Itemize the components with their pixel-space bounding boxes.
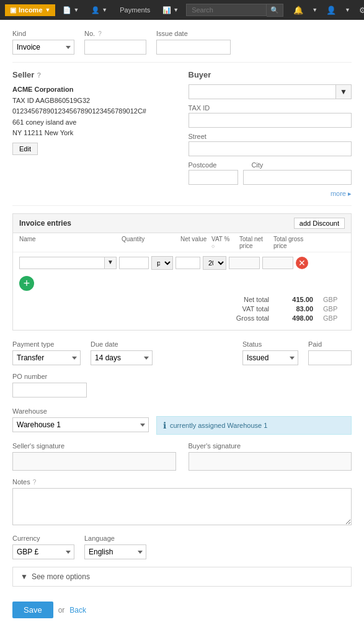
add-discount-button[interactable]: add Discount (294, 218, 345, 229)
buyer-name-dropdown-icon[interactable]: ▼ (336, 84, 352, 99)
buyer-tax-id-input[interactable]: 1AGB860519G32 (189, 113, 352, 128)
navbar-right-icons: 🔔 ▼ 👤 ▼ ⚙ (291, 4, 364, 16)
seller-signature-group: Seller's signature (12, 442, 176, 471)
totals-table: Net total 415.00 GBP VAT total 83.00 GBP… (220, 296, 345, 324)
entry-name-dropdown-icon[interactable]: ▼ (105, 257, 117, 269)
notifications-icon[interactable]: 🔔 (291, 4, 306, 16)
po-number-input[interactable] (12, 383, 87, 397)
info-icon: ℹ (163, 420, 166, 430)
paid-label: Paid (308, 340, 352, 348)
buyer-signature-box (189, 452, 352, 471)
back-link[interactable]: Back (69, 606, 86, 615)
language-select[interactable]: English (84, 544, 146, 559)
navbar-item-documents[interactable]: 📄 ▼ (58, 4, 84, 16)
seller-address2: 661 coney island ave (12, 117, 176, 128)
main-content: Kind Invoice No. ? 10 Issue date 2014-04… (0, 20, 364, 635)
seller-tax-id: TAX ID AAGB860519G32 (12, 95, 176, 107)
col-header-total-net: Total net price (239, 236, 273, 249)
navbar-item-clients[interactable]: 👤 ▼ (86, 4, 112, 16)
chart-icon: ▣ (10, 6, 16, 14)
entry-net-value-input[interactable]: .83 (175, 257, 200, 269)
status-group: Status Issued (242, 340, 298, 365)
buyer-city-input[interactable]: New Orleans (243, 170, 352, 185)
payment-row: Payment type Transfer Due date 14 days S… (12, 340, 352, 365)
buyer-city-group: City (251, 161, 263, 170)
buyer-postcode-city-field: Postcode City 70116 New Orleans (189, 161, 352, 185)
entry-unit-select[interactable]: pc (151, 256, 173, 270)
entries-col-headers: Name Quantity Net value VAT % ○ Total ne… (13, 233, 351, 252)
settings-icon[interactable]: ⚙ (357, 4, 364, 16)
issue-date-group: Issue date 2014-04-09 (156, 30, 231, 55)
issue-date-input[interactable]: 2014-04-09 (156, 40, 231, 55)
buyer-signature-label: Buyer's signature (189, 442, 352, 450)
seller-section: Seller ? ACME Corporation TAX ID AAGB860… (12, 70, 176, 198)
language-label: Language (84, 535, 146, 542)
po-number-group: PO number (12, 373, 352, 397)
buyer-name-wrapper: Benton, John B Jr ▼ (189, 84, 352, 99)
no-help-icon: ? (98, 30, 102, 37)
buyer-signature-group: Buyer's signature (189, 442, 352, 471)
more-link[interactable]: more ▸ (189, 190, 352, 198)
add-line-button[interactable]: + (19, 276, 34, 291)
seller-signature-box (12, 452, 176, 471)
invoice-meta-row: Kind Invoice No. ? 10 Issue date 2014-04… (12, 30, 352, 55)
notes-label: Notes ? (12, 478, 352, 486)
entry-total-net-input[interactable]: 415.00 (229, 257, 260, 269)
action-row: Save or Back (12, 597, 352, 628)
no-input[interactable]: 10 (84, 40, 146, 55)
buyer-city-label: City (251, 161, 263, 169)
entry-quantity-input[interactable]: 500 (119, 257, 149, 269)
seller-title: Seller ? (12, 70, 176, 79)
entry-total-gross-input[interactable]: 498.00 (262, 257, 293, 269)
navbar-brand[interactable]: ▣ Income ▼ (5, 4, 55, 16)
net-total-label: Net total (220, 296, 269, 303)
buyer-name-input[interactable]: Benton, John B Jr (189, 84, 337, 99)
notes-textarea[interactable] (12, 488, 352, 525)
navbar: ▣ Income ▼ 📄 ▼ 👤 ▼ Payments 📊 ▼ 🔍 🔔 ▼ 👤 … (0, 0, 364, 20)
due-date-select[interactable]: 14 days (91, 350, 153, 365)
entry-vat-select[interactable]: 20 (203, 256, 226, 270)
search-input[interactable] (186, 4, 267, 16)
chevron-down-icon: ▼ (20, 572, 28, 581)
buyer-postcode-input[interactable]: 70116 (189, 170, 238, 185)
paid-input[interactable]: 0.00 (308, 350, 352, 365)
notes-help-icon: ? (33, 479, 37, 486)
buyer-postcode-group: Postcode (189, 161, 217, 170)
status-select[interactable]: Issued (242, 350, 298, 365)
warehouse-info: ℹ currently assigned Warehouse 1 (156, 416, 352, 435)
buyer-section: Buyer Benton, John B Jr ▼ TAX ID 1AGB860… (189, 70, 352, 198)
buyer-title: Buyer (189, 70, 352, 79)
payment-type-select[interactable]: Transfer (12, 350, 81, 365)
net-total-currency: GBP (323, 296, 345, 303)
seller-address3: NY 11211 New York (12, 128, 176, 139)
entry-name-input[interactable]: Onions (19, 257, 105, 269)
seller-buyer-row: Seller ? ACME Corporation TAX ID AAGB860… (12, 70, 352, 198)
warehouse-select[interactable]: Warehouse 1 (12, 417, 149, 432)
seller-company: ACME Corporation (12, 84, 176, 95)
warehouse-row: Warehouse Warehouse 1 ℹ currently assign… (12, 405, 352, 435)
warehouse-select-wrap: Warehouse Warehouse 1 (12, 407, 149, 432)
see-more-row[interactable]: ▼ See more options (12, 567, 352, 587)
vat-total-value: 83.00 (279, 305, 313, 313)
buyer-street-input[interactable]: 6649 N Blue Gum St (189, 141, 352, 156)
col-header-unit (159, 236, 180, 249)
search-area: 🔍 (186, 4, 283, 17)
seller-help-icon[interactable]: ? (37, 71, 41, 79)
currency-label: Currency (12, 535, 74, 542)
status-label: Status (242, 340, 298, 348)
entries-header: Invoice entries add Discount (13, 214, 351, 233)
currency-select[interactable]: GBP £ (12, 544, 74, 559)
no-label: No. ? (84, 30, 146, 37)
navbar-item-payments[interactable]: Payments (115, 4, 155, 16)
kind-label: Kind (12, 30, 74, 37)
user-icon[interactable]: 👤 (324, 4, 339, 16)
delete-row-button[interactable]: ✕ (296, 257, 308, 269)
navbar-item-reports[interactable]: 📊 ▼ (158, 4, 184, 16)
buyer-tax-id-label: TAX ID (189, 104, 352, 112)
entry-name-wrapper: Onions ▼ (19, 257, 117, 269)
edit-seller-button[interactable]: Edit (12, 143, 38, 155)
kind-select[interactable]: Invoice (12, 40, 74, 55)
payment-type-group: Payment type Transfer (12, 340, 81, 365)
buyer-postcode-city-row: 70116 New Orleans (189, 170, 352, 185)
save-button[interactable]: Save (12, 602, 53, 618)
